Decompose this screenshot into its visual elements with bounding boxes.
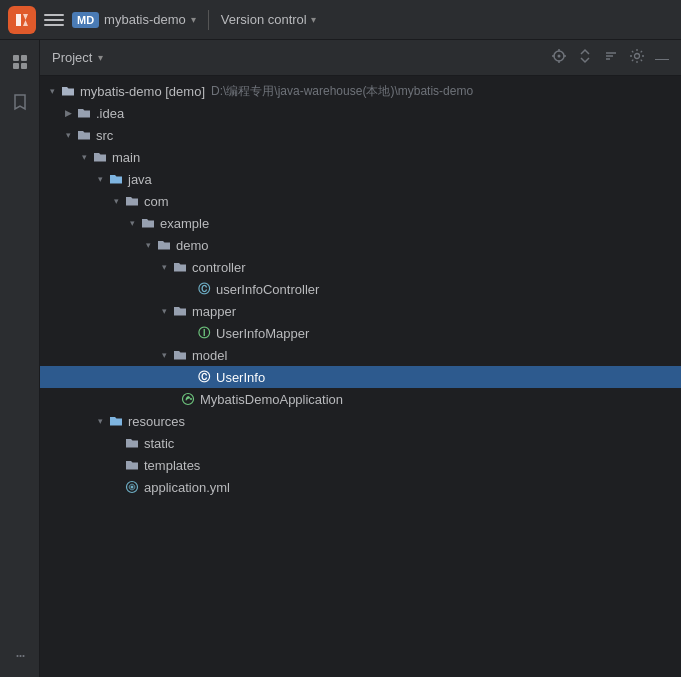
tree-item-userInfoMapper[interactable]: Ⓘ UserInfoMapper [40,322,681,344]
mapper-folder-icon [172,303,188,319]
tree-item-static[interactable]: static [40,432,681,454]
controller-folder-icon [172,259,188,275]
svg-rect-1 [21,55,27,61]
tree-item-userInfo[interactable]: Ⓒ UserInfo [40,366,681,388]
tree-item-idea[interactable]: ▶ .idea [40,102,681,124]
example-folder-icon [140,215,156,231]
icon-bar: ··· [0,40,40,677]
model-folder-icon [172,347,188,363]
applicationYml-icon [124,479,140,495]
userInfo-class-icon: Ⓒ [196,369,212,385]
tree-item-demo[interactable]: ▾ demo [40,234,681,256]
minimize-panel-icon[interactable]: — [655,50,669,66]
tree-item-java[interactable]: ▾ java [40,168,681,190]
userInfo-label: UserInfo [216,370,265,385]
src-arrow-icon: ▾ [60,127,76,143]
hamburger-menu-icon[interactable] [44,10,64,30]
demo-arrow-icon: ▾ [140,237,156,253]
idea-arrow-icon: ▶ [60,105,76,121]
svg-point-10 [635,54,640,59]
svg-point-12 [190,398,192,400]
main-arrow-icon: ▾ [76,149,92,165]
controller-label: controller [192,260,245,275]
root-label: mybatis-demo [demo] [80,84,205,99]
userInfoMapper-label: UserInfoMapper [216,326,309,341]
root-path-hint: D:\编程专用\java-warehouse(本地)\mybatis-demo [211,83,473,100]
collapse-all-icon[interactable] [603,48,619,67]
panel-header-icons: — [551,48,669,67]
titlebar-divider [208,10,209,30]
tree-item-main[interactable]: ▾ main [40,146,681,168]
project-panel-icon[interactable] [6,48,34,76]
idea-label: .idea [96,106,124,121]
java-label: java [128,172,152,187]
more-tools-icon[interactable]: ··· [6,641,34,669]
tree-item-com[interactable]: ▾ com [40,190,681,212]
tree-item-userInfoController[interactable]: Ⓒ userInfoController [40,278,681,300]
panel-title-chevron-icon: ▾ [98,52,103,63]
project-name: mybatis-demo [104,12,186,27]
project-chevron-icon: ▾ [191,14,196,25]
main-label: main [112,150,140,165]
project-badge: MD [72,12,99,28]
version-control-selector[interactable]: Version control ▾ [221,12,316,27]
mybatisDemoApp-no-arrow [172,391,180,407]
svg-rect-0 [13,55,19,61]
templates-folder-icon [124,457,140,473]
settings-icon[interactable] [629,48,645,67]
resources-folder-icon [108,413,124,429]
java-folder-icon [108,171,124,187]
titlebar: MD mybatis-demo ▾ Version control ▾ [0,0,681,40]
svg-rect-2 [13,63,19,69]
version-control-label: Version control [221,12,307,27]
main-folder-icon [92,149,108,165]
main-layout: ··· Project ▾ [0,40,681,677]
idea-folder-icon [76,105,92,121]
resources-arrow-icon: ▾ [92,413,108,429]
tree-item-controller[interactable]: ▾ controller [40,256,681,278]
tree-item-mybatisDemoApplication[interactable]: MybatisDemoApplication [40,388,681,410]
demo-folder-icon [156,237,172,253]
userInfoController-label: userInfoController [216,282,319,297]
root-arrow-icon: ▾ [44,83,60,99]
mybatisDemoApp-spring-icon [180,391,196,407]
project-panel: Project ▾ [40,40,681,677]
templates-label: templates [144,458,200,473]
model-label: model [192,348,227,363]
resources-label: resources [128,414,185,429]
tree-item-applicationYml[interactable]: application.yml [40,476,681,498]
bookmarks-icon[interactable] [6,88,34,116]
tree-item-model[interactable]: ▾ model [40,344,681,366]
expand-all-icon[interactable] [577,48,593,67]
tree-root[interactable]: ▾ mybatis-demo [demo] D:\编程专用\java-wareh… [40,80,681,102]
controller-arrow-icon: ▾ [156,259,172,275]
svg-point-5 [558,55,561,58]
demo-label: demo [176,238,209,253]
panel-header: Project ▾ [40,40,681,76]
tree-item-templates[interactable]: templates [40,454,681,476]
project-selector[interactable]: MD mybatis-demo ▾ [72,12,196,28]
userInfoMapper-interface-icon: Ⓘ [196,325,212,341]
project-tree: ▾ mybatis-demo [demo] D:\编程专用\java-wareh… [40,76,681,677]
tree-item-src[interactable]: ▾ src [40,124,681,146]
model-arrow-icon: ▾ [156,347,172,363]
applicationYml-no-arrow [108,479,124,495]
userInfoController-no-arrow [188,281,196,297]
tree-item-resources[interactable]: ▾ resources [40,410,681,432]
static-label: static [144,436,174,451]
svg-rect-3 [21,63,27,69]
example-arrow-icon: ▾ [124,215,140,231]
userInfoController-class-icon: Ⓒ [196,281,212,297]
userInfoMapper-no-arrow [188,325,196,341]
templates-no-arrow [108,457,124,473]
tree-item-example[interactable]: ▾ example [40,212,681,234]
mybatisDemoApp-label: MybatisDemoApplication [200,392,343,407]
src-folder-icon [76,127,92,143]
static-no-arrow [108,435,124,451]
static-folder-icon [124,435,140,451]
version-control-chevron-icon: ▾ [311,14,316,25]
root-folder-icon [60,83,76,99]
com-label: com [144,194,169,209]
locate-icon[interactable] [551,48,567,67]
tree-item-mapper[interactable]: ▾ mapper [40,300,681,322]
